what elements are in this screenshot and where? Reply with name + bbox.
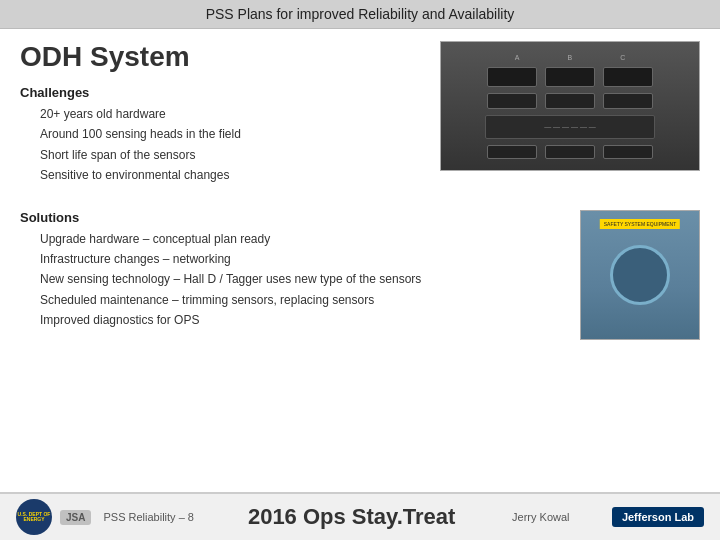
sensor-circle [610,245,670,305]
list-item: Upgrade hardware – conceptual plan ready [40,229,564,249]
control-panel-graphic: A B C — — — — — — [441,42,699,170]
cp-block [545,93,595,109]
cp-label-c: C [620,54,625,61]
cp-block-row-4 [487,145,653,159]
cp-label-b: B [567,54,572,61]
cp-block [487,67,537,87]
footer-logos: U.S. DEPT OF ENERGY JSA [16,499,91,535]
footer: U.S. DEPT OF ENERGY JSA PSS Reliability … [0,492,720,540]
header-title: PSS Plans for improved Reliability and A… [206,6,515,22]
cp-block [545,145,595,159]
slide-label: PSS Reliability – 8 [103,511,221,523]
cp-label-row: A B C [515,54,625,61]
list-item: Short life span of the sensors [40,145,424,165]
cp-block-row-3: — — — — — — [485,115,655,139]
safety-label: SAFETY SYSTEM EQUIPMENT [600,219,680,229]
cp-block [603,67,653,87]
page-title: ODH System [20,41,424,73]
cp-block [603,93,653,109]
list-item: Infrastructure changes – networking [40,249,564,269]
presenter-name: Jerry Kowal [482,511,600,523]
cp-wide-label: — — — — — — [544,123,596,130]
control-panel-image: A B C — — — — — — [440,41,700,171]
cp-block-row-2 [487,93,653,109]
sensor-graphic: SAFETY SYSTEM EQUIPMENT [581,211,699,339]
list-item: Scheduled maintenance – trimming sensors… [40,290,564,310]
list-item: Around 100 sensing heads in the field [40,124,424,144]
sensor-image-container: SAFETY SYSTEM EQUIPMENT [580,210,700,340]
list-item: Improved diagnostics for OPS [40,310,564,330]
challenges-list: 20+ years old hardware Around 100 sensin… [20,104,424,186]
solutions-section: Solutions Upgrade hardware – conceptual … [20,210,700,345]
footer-right: Jefferson Lab [612,507,704,527]
challenges-heading: Challenges [20,85,424,100]
solutions-left: Solutions Upgrade hardware – conceptual … [20,210,564,345]
lab-name: Jefferson Lab [612,507,704,527]
solutions-heading: Solutions [20,210,564,225]
list-item: New sensing technology – Hall D / Tagger… [40,269,564,289]
cp-block [487,145,537,159]
jsa-logo: JSA [60,510,91,525]
main-content: ODH System Challenges 20+ years old hard… [0,29,720,485]
cp-block [545,67,595,87]
cp-block-row-1 [487,67,653,87]
doe-logo: U.S. DEPT OF ENERGY [16,499,52,535]
cp-label-a: A [515,54,520,61]
cp-block [603,145,653,159]
left-panel: ODH System Challenges 20+ years old hard… [20,41,424,200]
doe-label: U.S. DEPT OF ENERGY [16,512,52,523]
jsa-label: JSA [66,512,85,523]
solutions-list: Upgrade hardware – conceptual plan ready… [20,229,564,331]
cp-wide-block: — — — — — — [485,115,655,139]
list-item: Sensitive to environmental changes [40,165,424,185]
header-bar: PSS Plans for improved Reliability and A… [0,0,720,29]
top-section: ODH System Challenges 20+ years old hard… [20,41,700,200]
list-item: 20+ years old hardware [40,104,424,124]
presentation-title: 2016 Ops Stay.Treat [234,504,470,530]
cp-block [487,93,537,109]
